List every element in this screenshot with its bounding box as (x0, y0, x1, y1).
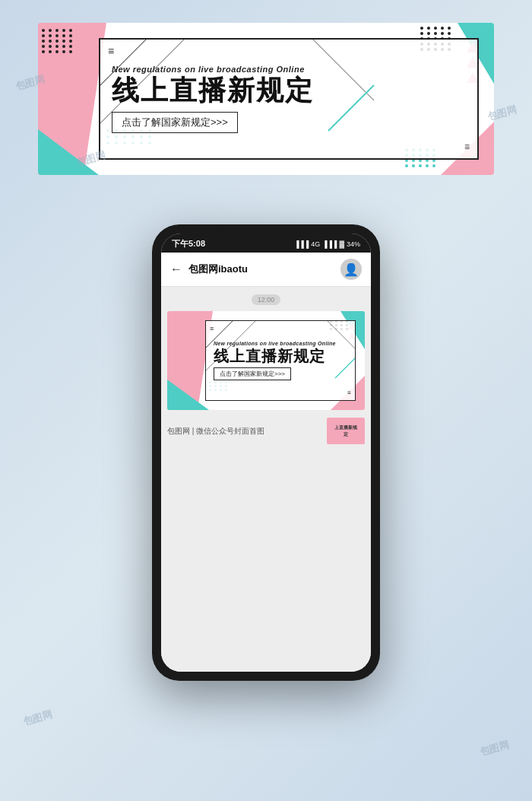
triangle-left (61, 84, 74, 99)
signal-icon2: ▐▐▐ (322, 240, 337, 248)
nav-title: 包图网ibaotu (188, 262, 334, 276)
mini-subtitle: New regulations on live broadcasting Onl… (214, 341, 347, 346)
status-time: 下午5:08 (172, 238, 205, 250)
chat-timestamp: 12:00 (252, 294, 281, 305)
top-banner: ≡ ≡ New regulations on live broadcasting… (38, 23, 494, 175)
battery-percent: 34% (347, 240, 360, 248)
mini-banner[interactable]: ≡ ≡ New regulations on live broadcasting… (167, 311, 365, 410)
banner-subtitle: New regulations on live broadcasting Onl… (112, 65, 466, 74)
phone-nav: ← 包图网ibaotu 👤 (161, 253, 371, 287)
chat-thumbnail: 上直播新规定 (327, 418, 365, 444)
chat-info-text: 包图网 | 微信公众号封面首图 (167, 426, 321, 437)
chat-info-row: 包图网 | 微信公众号封面首图 上直播新规定 (167, 418, 365, 444)
avatar-symbol: 👤 (344, 262, 359, 277)
thumb-text: 上直播新规定 (334, 424, 357, 438)
network-type: 4G (311, 240, 320, 248)
phone-chat: 12:00 (161, 287, 371, 672)
lines-icon: ≡ (464, 141, 470, 152)
menu-icon: ≡ (108, 46, 114, 56)
phone-screen: 下午5:08 ▐▐▐ 4G ▐▐▐ ▓ 34% ← 包图网ibaotu 👤 12… (161, 234, 371, 672)
watermark-4: 包图网 (21, 707, 53, 728)
mini-lines-icon: ≡ (347, 389, 351, 396)
mini-tri-left (182, 349, 192, 360)
dot-grid-pink (42, 29, 74, 53)
mini-cta-button[interactable]: 点击了解国家新规定>>> (214, 367, 291, 380)
mini-menu-icon: ≡ (210, 325, 214, 332)
mini-title-cn: 线上直播新规定 (214, 348, 347, 364)
avatar-icon[interactable]: 👤 (340, 259, 362, 280)
back-button[interactable]: ← (170, 262, 182, 276)
banner-card: ≡ ≡ New regulations on live broadcasting… (99, 38, 479, 160)
battery-icon: ▓ (339, 240, 344, 248)
signal-icon: ▐▐▐ (294, 240, 309, 248)
status-icons: ▐▐▐ 4G ▐▐▐ ▓ 34% (294, 240, 360, 248)
banner-title-cn: 线上直播新规定 (112, 77, 466, 104)
watermark-5: 包图网 (478, 738, 510, 758)
banner-cta-button[interactable]: 点击了解国家新规定>>> (112, 112, 238, 133)
status-bar: 下午5:08 ▐▐▐ 4G ▐▐▐ ▓ 34% (161, 234, 371, 253)
phone-mockup: 下午5:08 ▐▐▐ 4G ▐▐▐ ▓ 34% ← 包图网ibaotu 👤 12… (152, 224, 380, 681)
mini-banner-card: ≡ ≡ New regulations on live broadcasting… (205, 320, 356, 401)
